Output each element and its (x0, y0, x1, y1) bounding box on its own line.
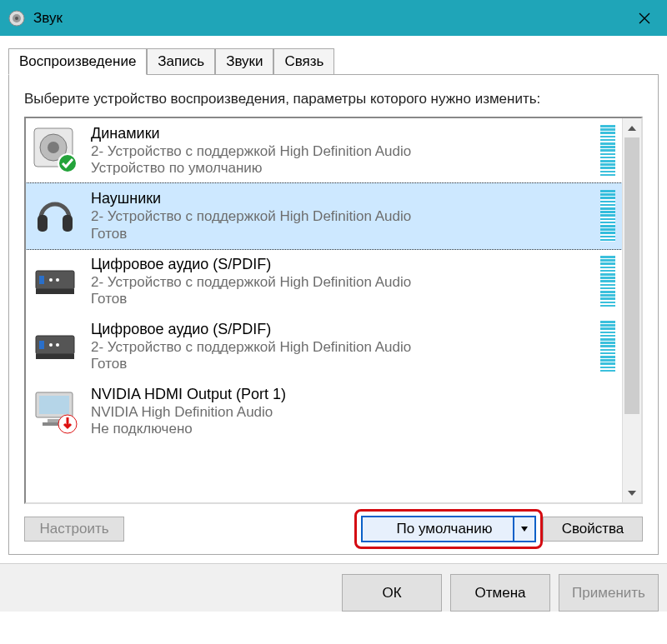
tab-sounds[interactable]: Звуки (215, 48, 273, 75)
svg-rect-7 (38, 215, 48, 232)
device-sub: 2- Устройство с поддержкой High Definiti… (91, 273, 594, 291)
headphones-icon (31, 190, 79, 238)
apply-button[interactable]: Применить (559, 574, 659, 612)
svg-point-17 (49, 343, 53, 347)
dropdown-caret-icon[interactable] (513, 517, 534, 541)
device-sub: 2- Устройство с поддержкой High Definiti… (91, 338, 594, 356)
device-status: Готов (91, 291, 594, 307)
panel-button-row: Настроить По умолчанию Свойства (24, 516, 643, 542)
device-title: Цифровое аудио (S/PDIF) (91, 256, 594, 273)
spdif-icon (31, 321, 79, 369)
svg-point-18 (56, 343, 59, 347)
device-item-spdif[interactable]: Цифровое аудио (S/PDIF) 2- Устройство с … (26, 314, 622, 379)
scroll-down[interactable] (623, 483, 641, 502)
window-title: Звук (33, 10, 63, 27)
device-text: Динамики 2- Устройство с поддержкой High… (91, 125, 594, 177)
tab-playback[interactable]: Воспроизведение (8, 48, 147, 75)
tab-record[interactable]: Запись (147, 48, 215, 75)
titlebar: Звук (0, 0, 667, 36)
scrollbar[interactable] (622, 118, 641, 502)
tabstrip: Воспроизведение Запись Звуки Связь (8, 48, 659, 76)
device-list[interactable]: Динамики 2- Устройство с поддержкой High… (26, 118, 622, 502)
set-default-button[interactable]: По умолчанию (361, 516, 536, 542)
level-meter (600, 256, 615, 307)
device-text: Цифровое аудио (S/PDIF) 2- Устройство с … (91, 256, 594, 307)
device-list-container: Динамики 2- Устройство с поддержкой High… (24, 117, 643, 504)
svg-rect-10 (36, 289, 74, 294)
tab-panel-playback: Выберите устройство воспроизведения, пар… (8, 74, 659, 555)
device-status: Готов (91, 226, 594, 242)
svg-rect-8 (63, 215, 73, 232)
tab-comm[interactable]: Связь (273, 48, 334, 75)
svg-rect-11 (39, 276, 44, 284)
svg-rect-16 (39, 341, 44, 349)
instruction-text: Выберите устройство воспроизведения, пар… (24, 90, 643, 108)
svg-point-2 (15, 17, 18, 20)
spdif-icon (31, 256, 79, 304)
scroll-up[interactable] (623, 118, 641, 137)
ok-button[interactable]: ОК (342, 574, 442, 612)
device-item-hdmi[interactable]: NVIDIA HDMI Output (Port 1) NVIDIA High … (26, 379, 622, 444)
device-item-spdif[interactable]: Цифровое аудио (S/PDIF) 2- Устройство с … (26, 249, 622, 314)
svg-point-5 (48, 142, 59, 153)
svg-point-12 (49, 278, 53, 282)
dialog-body: Воспроизведение Запись Звуки Связь Выбер… (0, 36, 667, 563)
set-default-label: По умолчанию (397, 521, 493, 537)
device-status: Готов (91, 356, 594, 372)
device-sub: NVIDIA High Definition Audio (91, 403, 594, 421)
device-title: Динамики (91, 125, 594, 142)
device-text: Наушники 2- Устройство с поддержкой High… (91, 190, 594, 242)
device-title: Цифровое аудио (S/PDIF) (91, 321, 594, 338)
dialog-footer: ОК Отмена Применить (0, 563, 667, 612)
speakers-icon (31, 125, 79, 173)
scroll-track[interactable] (623, 137, 641, 483)
device-title: NVIDIA HDMI Output (Port 1) (91, 386, 594, 403)
device-item-speakers[interactable]: Динамики 2- Устройство с поддержкой High… (26, 118, 622, 183)
svg-point-13 (56, 278, 59, 282)
device-text: NVIDIA HDMI Output (Port 1) NVIDIA High … (91, 386, 594, 437)
level-meter (600, 125, 615, 177)
level-meter (600, 321, 615, 372)
scroll-thumb[interactable] (624, 137, 639, 414)
svg-rect-15 (36, 354, 74, 359)
cancel-button[interactable]: Отмена (450, 574, 550, 612)
device-status: Устройство по умолчанию (91, 160, 594, 177)
device-sub: 2- Устройство с поддержкой High Definiti… (91, 207, 594, 225)
sound-icon (8, 10, 25, 27)
configure-button[interactable]: Настроить (24, 517, 124, 542)
svg-rect-20 (39, 396, 69, 414)
device-item-headphones[interactable]: Наушники 2- Устройство с поддержкой High… (26, 182, 622, 249)
device-sub: 2- Устройство с поддержкой High Definiti… (91, 142, 594, 160)
properties-button[interactable]: Свойства (543, 517, 643, 542)
monitor-icon (31, 386, 79, 434)
device-text: Цифровое аудио (S/PDIF) 2- Устройство с … (91, 321, 594, 372)
level-meter (600, 190, 615, 242)
set-default-wrap: По умолчанию (361, 516, 536, 542)
close-button[interactable] (621, 0, 667, 36)
device-title: Наушники (91, 190, 594, 207)
device-status: Не подключено (91, 421, 594, 437)
